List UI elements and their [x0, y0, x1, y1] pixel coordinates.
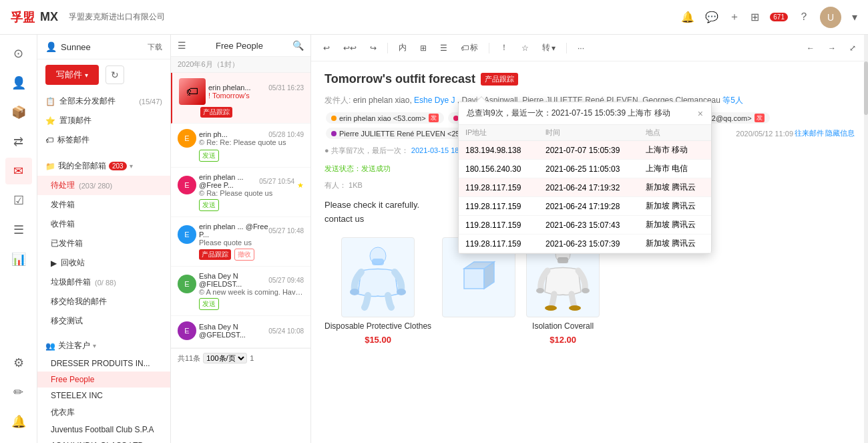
download-btn[interactable]: 下载	[148, 42, 162, 52]
email-item-5[interactable]: E Esha Dey N @GFELDST... 05/24 10:08	[171, 316, 310, 348]
email-item-2[interactable]: E erin phelan ... @Free P... 05/27 10:54…	[171, 168, 310, 217]
scroll-bar[interactable]	[864, 35, 868, 443]
bookmark-button[interactable]: ☆	[517, 41, 533, 55]
chat-icon[interactable]: 💬	[705, 11, 718, 23]
logo-area: 孚盟 MX 孚盟麦克斯进出口有限公司	[11, 9, 165, 25]
nav-item-test[interactable]: 移交测试	[37, 311, 170, 331]
nav-item-sent2[interactable]: 已发件箱	[37, 234, 170, 253]
reply-all-button[interactable]: ↩↩	[339, 41, 361, 55]
search-icon[interactable]: 🔍	[292, 40, 304, 51]
email-time-0: 05/31 16:23	[268, 84, 304, 92]
transfer-button[interactable]: 转 ▾	[538, 40, 560, 55]
nav-item-pending[interactable]: 待处理 (203/ 280)	[37, 176, 170, 195]
nav-item-inbox[interactable]: 收件箱	[37, 214, 170, 234]
history-link[interactable]: 往来邮件	[795, 128, 824, 138]
nav-section-my-mailbox[interactable]: 📁 我的全部邮箱 203 ▾	[37, 156, 170, 176]
transfer-label: 移交给我的邮件	[51, 296, 107, 307]
customer-item-free-people[interactable]: Free People	[37, 372, 170, 388]
popup-close-btn[interactable]: ×	[698, 108, 703, 119]
customer-item-steelex[interactable]: STEELEX INC	[37, 388, 170, 404]
sidebar-icon-calendar[interactable]: ☑	[5, 187, 32, 214]
my-mailbox-badge: 203	[109, 162, 127, 170]
more-recipients[interactable]: 等5人	[722, 96, 743, 105]
email-time-4: 05/27 09:48	[268, 277, 304, 284]
email-item-1[interactable]: E erin ph... 05/28 10:49 © Re: Re: Pleas…	[171, 124, 310, 168]
toolbar-sep-3	[566, 43, 567, 53]
fullscreen-button[interactable]: ⤢	[845, 41, 860, 55]
user-menu-chevron[interactable]: ▾	[852, 11, 857, 23]
pending-count: (203/ 280)	[79, 182, 112, 190]
per-page-select[interactable]: 100条/页	[203, 353, 247, 363]
tag-button[interactable]: 🏷 标	[457, 40, 482, 55]
svg-point-2	[350, 289, 359, 295]
internal-note-button[interactable]: 内	[395, 40, 411, 55]
relate-button[interactable]: ☰	[436, 41, 451, 55]
next-email-button[interactable]: →	[824, 41, 840, 55]
prev-email-button[interactable]: ←	[803, 41, 819, 55]
filter-icon[interactable]: ☰	[178, 40, 186, 51]
reply-button[interactable]: ↩	[319, 41, 334, 55]
popup-ip-3: 119.28.117.159	[465, 202, 546, 211]
sidebar-icon-tasks[interactable]: ☰	[5, 216, 32, 243]
nav-item-transfer[interactable]: 移交给我的邮件	[37, 292, 170, 311]
svg-point-12	[582, 288, 590, 293]
popup-location-2: 新加坡 腾讯云	[646, 182, 719, 193]
sidebar-icon-flow[interactable]: ⇄	[5, 128, 32, 155]
refresh-btn[interactable]: ↻	[105, 65, 124, 84]
cc-label: ● 共享留7次，最后一次：	[324, 146, 409, 156]
sidebar-icon-settings[interactable]: ⚙	[5, 349, 32, 376]
sidebar-icon-notification[interactable]: 🔔	[5, 408, 32, 435]
user-avatar[interactable]: U	[820, 7, 841, 28]
write-email-button[interactable]: 写邮件 ▾	[45, 65, 99, 85]
nav-user-row: 👤 Sunnee 下载	[37, 35, 170, 59]
sidebar-icon-home[interactable]: ⊙	[5, 40, 32, 67]
sidebar-icon-orders[interactable]: 📦	[5, 99, 32, 126]
customer-item-0[interactable]: DRESSER PRODUITS IN...	[37, 355, 170, 372]
sidebar-icon-compose[interactable]: ✏	[5, 379, 32, 406]
help-icon[interactable]: ？	[799, 10, 809, 24]
popup-time-2: 2021-06-24 17:19:32	[546, 183, 646, 192]
popup-row-2: 119.28.117.159 2021-06-24 17:19:32 新加坡 腾…	[459, 178, 711, 197]
nav-item-spam[interactable]: 垃圾邮件箱 (0/ 88)	[37, 273, 170, 292]
sidebar-icon-analytics[interactable]: 📊	[5, 246, 32, 273]
nav-section-customers[interactable]: 👥 关注客户 ▾	[37, 336, 170, 355]
plus-icon[interactable]: ＋	[729, 10, 740, 24]
trash-label: 回收站	[61, 257, 85, 269]
email-sender-1: erin ph...	[199, 130, 268, 138]
logo-text: 孚盟	[11, 9, 35, 25]
eshe-link[interactable]: Eshe Dye J	[414, 96, 455, 105]
apps-icon[interactable]: ⊞	[750, 11, 759, 23]
sidebar-icon-email[interactable]: ✉	[5, 158, 32, 184]
customer-item-asahi[interactable]: ASAHI INDIA GLASS LTD	[37, 438, 170, 443]
svg-point-3	[397, 289, 406, 295]
transfer-chevron: ▾	[552, 43, 556, 53]
email-time-3: 05/27 10:48	[268, 227, 304, 235]
nav-item-flagged[interactable]: ⭐ 置顶邮件	[37, 111, 170, 130]
email-subject-2: © Ra: Please quote us	[199, 189, 294, 197]
email-item-3[interactable]: E erin phelan ... @Free P... 05/27 10:48…	[171, 217, 310, 267]
email-item-0[interactable]: 🏷 erin phelan... 05/31 16:23 ! Tomorrow'…	[171, 73, 310, 124]
forward-button[interactable]: ↪	[366, 41, 381, 55]
product-image-0	[341, 237, 415, 317]
recall-tag-3[interactable]: 撤收	[234, 249, 254, 261]
email-time-5: 05/24 10:08	[268, 327, 304, 335]
customer-item-uniqlo[interactable]: 优衣库	[37, 404, 170, 422]
popup-table-header: IP地址 时间 地点	[459, 125, 711, 141]
nav-item-all-mail[interactable]: 📋 全部未分发邮件 (15/47)	[37, 92, 170, 111]
recipient-tag-0: erin phelan xiao <53.com> 发	[326, 112, 444, 124]
hide-info-link[interactable]: 隐藏信息	[825, 128, 855, 138]
more-actions-button[interactable]: ！	[496, 40, 512, 55]
ellipsis-button[interactable]: ···	[574, 41, 588, 55]
nav-item-sent[interactable]: 发件箱	[37, 195, 170, 214]
track-button[interactable]: ⊞	[416, 41, 431, 55]
nav-item-bookmarked[interactable]: 🏷 标签邮件	[37, 130, 170, 150]
popup-time-0: 2021-07-07 15:05:39	[546, 146, 646, 155]
nav-item-trash[interactable]: ▶ 回收站	[37, 253, 170, 273]
sidebar-icon-contacts[interactable]: 👤	[5, 69, 32, 96]
popup-ip-2: 119.28.117.159	[465, 183, 546, 192]
dot-0	[331, 116, 337, 121]
customer-item-juventus[interactable]: Juventus Football Club S.P.A	[37, 422, 170, 438]
email-item-4[interactable]: E Esha Dey N @FIELDST... 05/27 09:48 © A…	[171, 267, 310, 316]
email-sender-3: erin phelan ... @Free P...	[199, 223, 268, 239]
bell-icon[interactable]: 🔔	[681, 11, 694, 23]
